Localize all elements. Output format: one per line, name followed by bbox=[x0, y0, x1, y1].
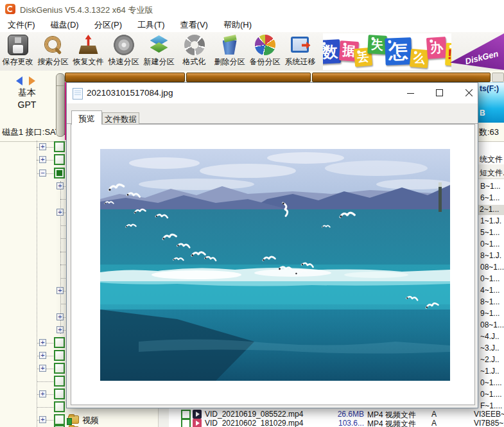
file-row-fragment[interactable]: 08~1... bbox=[479, 320, 504, 331]
tree-checkbox[interactable] bbox=[54, 168, 65, 179]
banner-tag: 怎 bbox=[385, 37, 412, 65]
banner-tag: 数 bbox=[323, 39, 341, 64]
toolbar-button[interactable]: 保存更改 bbox=[0, 32, 35, 71]
file-row-fragment[interactable]: 6~1... bbox=[479, 193, 504, 204]
toolbar-button-label: 快速分区 bbox=[109, 57, 139, 67]
menu-item[interactable]: 工具(T) bbox=[131, 18, 171, 32]
tree-expander[interactable] bbox=[56, 326, 64, 333]
close-icon bbox=[465, 89, 473, 97]
tree-expander[interactable] bbox=[56, 287, 64, 294]
partition-map-bar[interactable] bbox=[186, 73, 311, 82]
tree-checkbox[interactable] bbox=[54, 141, 65, 152]
partition-style-label: 基本 bbox=[0, 87, 54, 99]
file-row-fragment[interactable]: 4~1... bbox=[479, 286, 504, 296]
tree-checkbox[interactable] bbox=[54, 414, 65, 425]
toolbar-button-icon bbox=[149, 35, 169, 55]
file-name: VID_20210602_181029.mp4 bbox=[205, 419, 303, 427]
tree-checkbox[interactable] bbox=[54, 401, 65, 412]
toolbar-button-label: 恢复文件 bbox=[73, 57, 104, 67]
file-row-fragment[interactable]: 9~1... bbox=[479, 309, 504, 319]
menu-bar: 文件(F)磁盘(D)分区(P)工具(T)查看(V)帮助(H) bbox=[0, 18, 504, 32]
file-row-fragment[interactable]: 8~1.J. bbox=[479, 251, 504, 261]
maximize-button[interactable] bbox=[426, 83, 452, 101]
toolbar-button[interactable]: 系统迁移 bbox=[282, 32, 318, 71]
tree-expander[interactable] bbox=[39, 339, 46, 346]
toolbar-button[interactable]: 删除分区 bbox=[212, 32, 247, 71]
file-row-fragment[interactable]: 1~1.J. bbox=[479, 216, 504, 227]
file-row-fragment[interactable]: ~4.J.. bbox=[479, 332, 504, 342]
tree-checkbox[interactable] bbox=[54, 376, 65, 387]
drive-size-fragment: B bbox=[480, 109, 485, 118]
toolbar-button[interactable]: 搜索分区 bbox=[35, 32, 71, 71]
photo-svg bbox=[100, 149, 450, 381]
menu-item[interactable]: 分区(P) bbox=[88, 18, 128, 32]
tree-expander[interactable] bbox=[39, 416, 46, 423]
menu-item[interactable]: 查看(V) bbox=[174, 18, 214, 32]
file-checkbox[interactable] bbox=[181, 419, 191, 427]
toolbar-button-icon bbox=[220, 35, 240, 55]
file-row-fragment[interactable]: ~3.J.. bbox=[479, 344, 504, 354]
toolbar-button[interactable]: 新建分区 bbox=[141, 32, 177, 71]
menu-item[interactable]: 帮助(H) bbox=[217, 18, 258, 32]
file-row[interactable]: VID_20210619_085522.mp4 26.6MB MP4 视频文件 … bbox=[169, 410, 504, 419]
file-row-fragment[interactable]: 8~1... bbox=[479, 297, 504, 308]
tab-file-data[interactable]: 文件数据 bbox=[102, 112, 139, 125]
tree-checkbox[interactable] bbox=[54, 363, 65, 374]
menu-item[interactable]: 磁盘(D) bbox=[44, 18, 85, 32]
toolbar-button[interactable]: 格式化 bbox=[177, 32, 212, 71]
file-row-fragment[interactable]: ~2.J.. bbox=[479, 355, 504, 365]
file-row-fragment[interactable]: 2~1... bbox=[478, 205, 504, 215]
file-row-fragment[interactable]: ~1.J.. bbox=[479, 367, 504, 377]
tree-expander[interactable] bbox=[39, 365, 46, 372]
tree-expander[interactable] bbox=[39, 170, 46, 177]
close-button[interactable] bbox=[456, 83, 482, 101]
toolbar-button-icon bbox=[78, 35, 99, 55]
file-row-fragment[interactable]: 0~1.... bbox=[479, 390, 504, 400]
promo-banner[interactable]: 数据丢失怎么办! bbox=[323, 33, 451, 70]
file-row-fragment[interactable]: 0~1.... bbox=[479, 378, 504, 388]
file-row-fragment[interactable]: 0~1... bbox=[479, 274, 504, 284]
dialog-titlebar[interactable]: 202103101517084.jpg bbox=[67, 83, 478, 103]
partition-map-endcap bbox=[56, 73, 65, 137]
column-header-fragment[interactable]: 短文件. bbox=[480, 168, 504, 179]
menu-item[interactable]: 文件(F) bbox=[1, 18, 42, 32]
file-size: 26.6MB bbox=[309, 410, 364, 419]
tree-checkbox[interactable] bbox=[54, 337, 65, 348]
file-name: VID_20210619_085522.mp4 bbox=[205, 410, 303, 419]
tree-expander[interactable] bbox=[39, 390, 46, 397]
toolbar-button[interactable]: 快速分区 bbox=[106, 32, 141, 71]
file-row-fragment[interactable]: 5~1... bbox=[479, 228, 504, 238]
file-row-fragment[interactable]: 0~1... bbox=[479, 240, 504, 250]
minimize-button[interactable] bbox=[398, 83, 424, 101]
file-checkbox[interactable] bbox=[181, 410, 191, 419]
drive-name-fragment: ts(F:) bbox=[480, 84, 499, 93]
column-header-fragment[interactable]: 统文件 bbox=[480, 154, 503, 165]
file-row-fragment[interactable]: 08~1... bbox=[479, 263, 504, 273]
tree-row: 视频 bbox=[0, 424, 157, 427]
tree-expander[interactable] bbox=[39, 156, 46, 163]
tree-checkbox[interactable] bbox=[54, 154, 65, 165]
toolbar-button[interactable]: 恢复文件 bbox=[71, 32, 106, 71]
tree-checkbox[interactable] bbox=[54, 350, 65, 361]
dialog-tab-strip: 预览 文件数据 文件头数据与类型相符。 bbox=[67, 103, 478, 124]
toolbar-button-icon bbox=[184, 35, 205, 55]
image-file-icon bbox=[73, 88, 83, 100]
minimize-icon bbox=[407, 93, 414, 94]
tree-checkbox[interactable] bbox=[54, 388, 65, 399]
folder-icon bbox=[68, 415, 79, 424]
file-row-fragment[interactable]: B~1... bbox=[479, 182, 504, 192]
tree-expander[interactable] bbox=[56, 182, 64, 189]
file-row[interactable]: VID_20210602_181029.mp4 103.6... MP4 视频文… bbox=[169, 419, 504, 427]
tab-preview[interactable]: 预览 bbox=[71, 110, 102, 125]
tree-expander[interactable] bbox=[56, 313, 64, 320]
toolbar-button[interactable]: 备份分区 bbox=[247, 32, 282, 71]
tree-expander[interactable] bbox=[39, 143, 46, 150]
nav-back-icon[interactable] bbox=[16, 76, 22, 85]
file-type: MP4 视频文件 bbox=[367, 419, 416, 427]
nav-forward-icon[interactable] bbox=[29, 76, 35, 85]
tree-expander[interactable] bbox=[56, 209, 64, 216]
window-title: DiskGenius V5.4.3.1322 x64 专业版 bbox=[20, 4, 153, 16]
partition-map-bar[interactable] bbox=[312, 73, 491, 82]
partition-map-bar[interactable] bbox=[65, 73, 185, 82]
tree-expander[interactable] bbox=[39, 352, 46, 359]
